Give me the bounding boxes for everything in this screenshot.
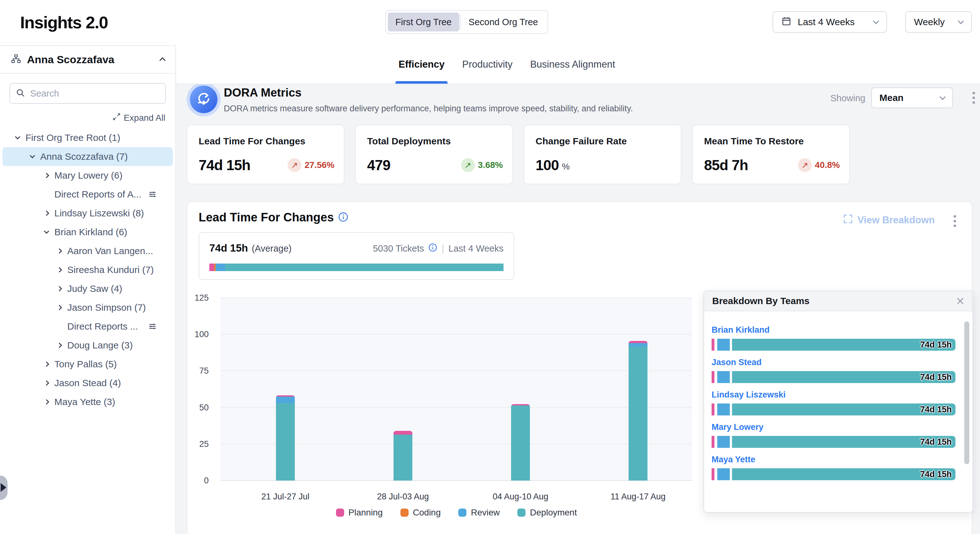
caret-right-icon[interactable]	[57, 306, 67, 309]
trend-up-icon: ↗	[798, 158, 812, 172]
caret-down-icon[interactable]	[45, 231, 54, 233]
bar-segment-review	[717, 403, 730, 415]
trend-up-icon: ↗	[461, 158, 475, 172]
caret-right-icon[interactable]	[45, 211, 54, 215]
legend-item-deployment[interactable]: Deployment	[517, 508, 577, 518]
tree-item-label: Maya Yette (3)	[54, 397, 115, 407]
expand-all-button[interactable]: Expand All	[113, 113, 165, 123]
gridline	[221, 298, 692, 298]
dora-section-title: DORA Metrics	[224, 86, 301, 99]
bar-28-jul-03-aug[interactable]	[393, 431, 412, 481]
tree-item-mary-lowery-6[interactable]: Mary Lowery (6)	[0, 166, 175, 185]
lead-time-menu-button[interactable]	[952, 213, 958, 229]
tree-item-maya-yette-3[interactable]: Maya Yette (3)	[0, 392, 175, 411]
tree-item-first-org-tree-root-1[interactable]: First Org Tree Root (1)	[0, 128, 175, 147]
tree-item-label: Aaron Van Langen...	[67, 245, 153, 256]
legend-item-planning[interactable]: Planning	[336, 508, 383, 518]
tree-item-tony-pallas-5[interactable]: Tony Pallas (5)	[0, 355, 175, 374]
tree-item-doug-lange-3[interactable]: Doug Lange (3)	[0, 336, 175, 355]
panel-scrollbar-thumb[interactable]	[964, 321, 969, 464]
caret-right-icon[interactable]	[57, 343, 67, 347]
caret-right-icon[interactable]	[57, 268, 67, 272]
team-value-label: 74d 15h	[920, 437, 952, 447]
metric-value: 85d 7h	[704, 156, 748, 174]
gridline	[221, 370, 692, 371]
tree-item-jason-stead-4[interactable]: Jason Stead (4)	[0, 374, 175, 392]
date-range-select[interactable]: Last 4 Weeks	[773, 11, 887, 33]
bar-segment-review	[717, 371, 730, 383]
team-stacked-bar: 74d 15h	[711, 371, 956, 383]
caret-right-icon[interactable]	[45, 400, 54, 404]
search-input[interactable]	[30, 88, 160, 99]
filter-icon[interactable]	[148, 322, 157, 333]
legend-item-review[interactable]: Review	[458, 508, 500, 518]
tree-item-judy-saw-4[interactable]: Judy Saw (4)	[0, 279, 175, 298]
caret-right-icon[interactable]	[57, 249, 67, 253]
tree-item-jason-simpson-7[interactable]: Jason Simpson (7)	[0, 298, 175, 317]
caret-right-icon[interactable]	[45, 174, 54, 177]
view-breakdown-button[interactable]: View Breakdown	[843, 214, 935, 226]
showing-select[interactable]: Mean	[871, 88, 953, 108]
search-icon	[16, 88, 25, 99]
close-icon[interactable]: ×	[956, 294, 964, 308]
tree-item-label: First Org Tree Root (1)	[25, 132, 120, 143]
toggle-first-org-tree[interactable]: First Org Tree	[388, 13, 459, 32]
collapse-chevron-icon[interactable]	[159, 57, 165, 64]
team-name-link[interactable]: Maya Yette	[711, 455, 755, 464]
caret-down-icon[interactable]	[16, 137, 25, 139]
metric-card-mean-time-to-restore: Mean Time To Restore85d 7h↗40.8%	[692, 124, 850, 184]
org-chart-icon	[11, 53, 21, 65]
team-name-link[interactable]: Mary Lowery	[711, 422, 764, 432]
caret-down-icon[interactable]	[30, 156, 40, 158]
caret-right-icon[interactable]	[57, 287, 67, 290]
filter-icon[interactable]	[148, 190, 157, 201]
bar-segment-deployment: 74d 15h	[732, 371, 956, 383]
bar-04-aug-10-aug[interactable]	[511, 404, 530, 481]
sidebar-owner-name: Anna Scozzafava	[27, 53, 154, 66]
average-value: 74d 15h	[209, 242, 248, 254]
metric-value: 74d 15h	[199, 156, 250, 174]
team-name-link[interactable]: Jason Stead	[711, 357, 762, 367]
y-tick-label: 75	[187, 366, 214, 376]
tree-item-anna-scozzafava-7[interactable]: Anna Scozzafava (7)	[3, 147, 173, 166]
lead-time-summary-card: 74d 15h (Average) 5030 Tickets | Last 4 …	[199, 232, 514, 280]
bar-11-aug-17-aug[interactable]	[628, 341, 648, 481]
y-tick-label: 25	[187, 439, 214, 449]
sidebar-header[interactable]: Anna Scozzafava	[0, 46, 175, 73]
panel-body: Brian Kirkland74d 15hJason Stead74d 15hL…	[704, 312, 972, 512]
dora-menu-button[interactable]	[970, 90, 977, 106]
expand-all-label: Expand All	[124, 113, 165, 123]
team-name-link[interactable]: Lindsay Liszewski	[711, 390, 786, 400]
panel-title: Breakdown By Teams	[712, 296, 956, 306]
breakdown-by-teams-panel: Breakdown By Teams × Brian Kirkland74d 1…	[703, 290, 973, 513]
tree-item-direct-reports-of-a[interactable]: Direct Reports of A...	[0, 185, 175, 204]
toggle-second-org-tree[interactable]: Second Org Tree	[461, 13, 546, 32]
legend-item-coding[interactable]: Coding	[401, 508, 441, 518]
bar-segment-planning	[711, 436, 714, 448]
info-icon[interactable]	[428, 243, 437, 254]
bar-segment-planning	[393, 431, 412, 435]
tree-item-direct-reports[interactable]: Direct Reports ...	[0, 317, 175, 336]
granularity-select[interactable]: Weekly	[905, 11, 972, 33]
search-box	[10, 83, 166, 104]
team-stacked-bar: 74d 15h	[711, 403, 956, 415]
tree-item-sireesha-kunduri-7[interactable]: Sireesha Kunduri (7)	[0, 260, 175, 279]
tree-item-aaron-van-langen[interactable]: Aaron Van Langen...	[0, 242, 175, 260]
caret-right-icon[interactable]	[45, 381, 54, 385]
tree-item-label: Direct Reports ...	[67, 321, 138, 332]
tab-business-alignment[interactable]: Business Alignment	[530, 45, 616, 84]
team-name-link[interactable]: Brian Kirkland	[711, 325, 770, 335]
chevron-down-icon	[939, 94, 946, 100]
sidebar-expand-handle[interactable]	[0, 475, 8, 500]
caret-right-icon[interactable]	[45, 362, 54, 366]
bar-21-jul-27-jul[interactable]	[276, 395, 295, 481]
granularity-value: Weekly	[914, 17, 945, 27]
info-icon[interactable]	[338, 212, 348, 223]
metric-trend-badge: ↗27.56%	[288, 158, 334, 172]
tree-item-brian-kirkland-6[interactable]: Brian Kirkland (6)	[0, 223, 175, 242]
app-header: Insights 2.0 First Org Tree Second Org T…	[0, 0, 980, 45]
tab-efficiency[interactable]: Efficiency	[399, 45, 444, 84]
tab-productivity[interactable]: Productivity	[462, 45, 512, 84]
trend-up-icon: ↗	[288, 158, 301, 172]
tree-item-lindsay-liszewski-8[interactable]: Lindsay Liszewski (8)	[0, 204, 175, 223]
